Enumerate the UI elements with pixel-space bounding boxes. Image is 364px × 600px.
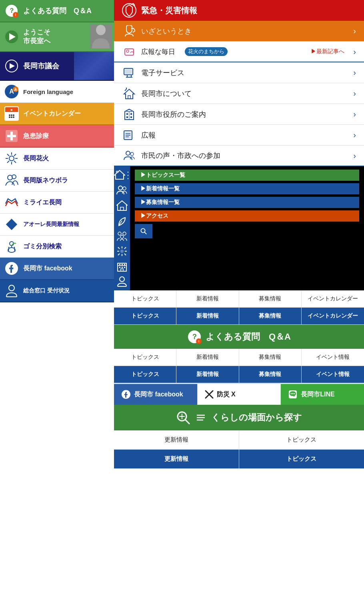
search-life-icon: [176, 410, 190, 425]
svg-line-60: [118, 254, 120, 255]
tab-2b-recruit[interactable]: 募集情報: [239, 366, 302, 383]
tab-1b-event[interactable]: イベントカレンダー: [302, 308, 364, 324]
tab-1b-topics[interactable]: トピックス: [114, 308, 176, 324]
svg-point-11: [8, 175, 12, 180]
sidebar-item-mayor[interactable]: ようこそ 市長室へ: [0, 22, 114, 52]
tab-2-event[interactable]: イベント情報: [302, 349, 364, 366]
tab-1-news[interactable]: 新着情報: [176, 290, 239, 307]
person-silhouette: [90, 24, 112, 48]
sidebar-item-foreign[interactable]: A あ Foreign language: [0, 81, 114, 103]
svg-rect-28: [128, 96, 130, 99]
svg-rect-36: [130, 116, 132, 118]
sidebar-item-aore[interactable]: アオーレ長岡最新情報: [0, 214, 114, 236]
play-icon: [4, 29, 19, 44]
update-1b-update[interactable]: 更新情報: [114, 450, 239, 468]
triangle-icon: [9, 33, 16, 40]
izato-row[interactable]: いざというとき ›: [114, 21, 364, 42]
tab-1-recruit[interactable]: 募集情報: [239, 290, 302, 307]
koho-label: 広報な毎日: [141, 47, 175, 56]
sidebar-item-fireworks[interactable]: 長岡花火: [0, 148, 114, 170]
sidebar-foreign-label: Foreign language: [23, 88, 73, 95]
svg-point-50: [123, 232, 126, 235]
sidebar-item-gomi[interactable]: ゴミ分別検索: [0, 236, 114, 258]
nav-reception-icon[interactable]: [115, 274, 129, 289]
social-facebook-btn[interactable]: 長岡市 facebook: [114, 384, 197, 405]
emergency-bar[interactable]: 緊急・災害情報: [114, 0, 364, 21]
neubola-icon: [4, 173, 19, 188]
sidebar-med-label: 急患診療: [23, 132, 49, 140]
sidebar-item-qa[interactable]: ？ ! よくある質問 Q＆A: [0, 0, 114, 22]
qa-bar-icon: ？ !: [187, 330, 202, 344]
koho-icon: [122, 44, 136, 59]
access-btn[interactable]: ▶アクセス: [135, 210, 359, 222]
social-line-btn[interactable]: 長岡市LINE: [281, 384, 364, 405]
new-info-list-btn[interactable]: ▶新着情報一覧: [135, 183, 359, 194]
tab-2b-topics[interactable]: トピックス: [114, 366, 176, 383]
shiyakusho-row[interactable]: 長岡市役所のご案内 ›: [114, 104, 364, 125]
nav-links-column: ▶トピックス一覧 ▶新着情報一覧 ▶募集情報一覧 ▶アクセス: [130, 166, 364, 290]
tab-2-news[interactable]: 新着情報: [176, 349, 239, 366]
emergency-label: 緊急・災害情報: [141, 5, 197, 16]
nav-house-icon[interactable]: [115, 198, 129, 213]
sidebar-item-council[interactable]: 長岡市議会: [0, 52, 114, 81]
search-btn[interactable]: [135, 224, 152, 238]
tab-2b-event[interactable]: イベント情報: [302, 366, 364, 383]
nav-people-icon[interactable]: [115, 183, 129, 198]
sidebar-gomi-label: ゴミ分別検索: [23, 242, 62, 251]
sidebar-item-neubola[interactable]: 長岡版ネウボラ: [0, 170, 114, 192]
sidebar: ？ ! よくある質問 Q＆A ようこそ 市長室へ: [0, 0, 114, 469]
sidebar-item-facebook[interactable]: 長岡市 facebook: [0, 258, 114, 280]
sidebar-item-calendar[interactable]: ■ イベントカレンダー: [0, 103, 114, 125]
topics-list-btn[interactable]: ▶トピックス一覧: [135, 170, 359, 181]
svg-line-9: [14, 154, 16, 156]
shimin-row[interactable]: 市民の声・市政への参加 ›: [114, 146, 364, 166]
nav-building-icon[interactable]: [115, 259, 129, 274]
qa-bar-main[interactable]: ？ ! よくある質問 Q＆A: [114, 325, 364, 349]
tab-2-recruit[interactable]: 募集情報: [239, 349, 302, 366]
koho-link[interactable]: ▶最新記事へ: [311, 48, 344, 55]
svg-point-22: [126, 50, 129, 52]
x-icon: [205, 390, 214, 399]
aore-icon: [4, 217, 19, 232]
update-1-topics[interactable]: トピックス: [239, 430, 364, 449]
svg-point-18: [122, 4, 136, 17]
sidebar-item-emergency-med[interactable]: 急患診療: [0, 125, 114, 148]
sidebar-item-window[interactable]: 総合窓口 受付状況: [0, 280, 114, 302]
facebook-icon: [4, 261, 19, 276]
svg-line-10: [7, 161, 9, 163]
nav-nagaoka-icon[interactable]: [114, 168, 125, 182]
koho-row[interactable]: 広報な毎日 花火のまちから ▶最新記事へ ›: [114, 42, 364, 62]
koho2-row[interactable]: 広報 ›: [114, 125, 364, 146]
sidebar-neubola-label: 長岡版ネウボラ: [23, 176, 68, 185]
svg-point-49: [118, 232, 121, 235]
svg-rect-34: [130, 113, 132, 115]
update-1b-topics[interactable]: トピックス: [239, 450, 364, 468]
nagaoka-about-row[interactable]: 長岡市について ›: [114, 83, 364, 104]
search-icon: [140, 227, 147, 236]
tab-1b-recruit[interactable]: 募集情報: [239, 308, 302, 324]
nav-icon-column: [114, 166, 130, 290]
council-image: [74, 52, 114, 81]
tab-1-topics[interactable]: トピックス: [114, 290, 176, 307]
denshi-row[interactable]: 電子サービス ›: [114, 62, 364, 83]
list-icon: [195, 413, 206, 422]
window-icon: [4, 283, 19, 298]
social-x-btn[interactable]: 防災 X: [197, 384, 281, 405]
tab-2b-news[interactable]: 新着情報: [176, 366, 239, 383]
svg-rect-66: [119, 267, 120, 268]
sidebar-calendar-label: イベントカレンダー: [23, 110, 81, 118]
recruit-list-btn[interactable]: ▶募集情報一覧: [135, 197, 359, 208]
hamburger-icon[interactable]: [126, 170, 130, 181]
tab-1b-news[interactable]: 新着情報: [176, 308, 239, 324]
sidebar-facebook-label: 長岡市 facebook: [23, 264, 72, 273]
mayor-photo: [90, 24, 112, 48]
nav-leaf-icon[interactable]: [115, 214, 129, 228]
tab-2-topics[interactable]: トピックス: [114, 349, 176, 366]
nav-community-icon[interactable]: [115, 229, 129, 243]
tab-1-event[interactable]: イベントカレンダー: [302, 290, 364, 307]
nav-fireworks-icon[interactable]: [115, 244, 129, 258]
gomi-icon: [4, 239, 19, 254]
search-life-bar[interactable]: くらしの場面から探す: [114, 405, 364, 430]
update-1-update[interactable]: 更新情報: [114, 430, 239, 449]
sidebar-item-mirai[interactable]: ミライエ長岡: [0, 192, 114, 214]
